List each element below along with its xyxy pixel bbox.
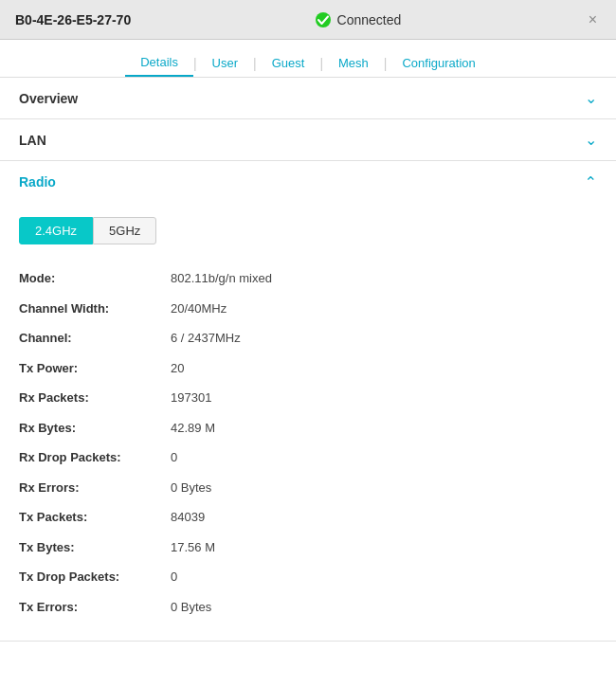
radio-title: Radio <box>19 174 56 190</box>
field-label: Rx Errors: <box>19 473 171 503</box>
table-row: Mode: 802.11b/g/n mixed <box>19 263 597 294</box>
lan-chevron-icon: ⌄ <box>585 131 597 149</box>
field-value: 0 <box>171 443 597 473</box>
radio-section-header[interactable]: Radio ⌄ <box>0 161 616 202</box>
field-value: 17.56 M <box>171 533 597 563</box>
nav-tabs: Details | User | Guest | Mesh | Configur… <box>0 40 616 78</box>
tab-mesh[interactable]: Mesh <box>323 50 384 76</box>
table-row: Tx Power: 20 <box>19 353 597 384</box>
field-label: Tx Power: <box>19 353 171 384</box>
field-value: 0 <box>171 562 597 592</box>
field-label: Tx Drop Packets: <box>19 562 171 592</box>
field-label: Rx Packets: <box>19 383 171 413</box>
field-value: 0 Bytes <box>171 473 597 503</box>
tab-user[interactable]: User <box>197 50 253 76</box>
lan-section-header[interactable]: LAN ⌄ <box>0 119 616 160</box>
overview-section: Overview ⌄ <box>0 78 616 119</box>
overview-chevron-icon: ⌄ <box>585 89 597 107</box>
field-label: Tx Bytes: <box>19 533 171 563</box>
field-label: Tx Packets: <box>19 502 171 533</box>
band-tab-2ghz[interactable]: 2.4GHz <box>19 217 93 244</box>
status-text: Connected <box>337 12 402 27</box>
table-row: Channel: 6 / 2437MHz <box>19 323 597 353</box>
field-value: 20/40MHz <box>171 294 597 324</box>
field-label: Channel: <box>19 323 171 353</box>
tab-details[interactable]: Details <box>125 49 193 77</box>
band-tab-5ghz[interactable]: 5GHz <box>93 217 156 244</box>
table-row: Tx Packets: 84039 <box>19 502 597 533</box>
device-header: B0-4E-26-E5-27-70 Connected × <box>0 0 616 40</box>
field-value: 20 <box>171 353 597 384</box>
overview-section-header[interactable]: Overview ⌄ <box>0 78 616 118</box>
table-row: Channel Width: 20/40MHz <box>19 294 597 324</box>
band-tabs: 2.4GHz 5GHz <box>19 217 597 244</box>
field-label: Channel Width: <box>19 294 171 324</box>
device-id: B0-4E-26-E5-27-70 <box>15 12 131 27</box>
overview-title: Overview <box>19 91 78 106</box>
field-value: 197301 <box>171 383 597 413</box>
connected-icon <box>315 11 332 28</box>
field-label: Rx Bytes: <box>19 413 171 443</box>
radio-chevron-icon: ⌄ <box>585 172 597 190</box>
lan-section: LAN ⌄ <box>0 119 616 161</box>
field-value: 802.11b/g/n mixed <box>171 263 597 294</box>
connection-status: Connected <box>315 11 402 28</box>
table-row: Rx Packets: 197301 <box>19 383 597 413</box>
lan-title: LAN <box>19 133 46 148</box>
close-button[interactable]: × <box>585 10 601 29</box>
radio-content: 2.4GHz 5GHz Mode: 802.11b/g/n mixed Chan… <box>0 202 616 641</box>
table-row: Rx Errors: 0 Bytes <box>19 473 597 503</box>
table-row: Tx Errors: 0 Bytes <box>19 592 597 623</box>
field-value: 0 Bytes <box>171 592 597 623</box>
table-row: Tx Drop Packets: 0 <box>19 562 597 592</box>
radio-section: Radio ⌄ 2.4GHz 5GHz Mode: 802.11b/g/n mi… <box>0 161 616 642</box>
field-label: Tx Errors: <box>19 592 171 623</box>
radio-data-table: Mode: 802.11b/g/n mixed Channel Width: 2… <box>19 263 597 622</box>
field-value: 84039 <box>171 502 597 533</box>
table-row: Rx Drop Packets: 0 <box>19 443 597 473</box>
field-label: Mode: <box>19 263 171 294</box>
tab-guest[interactable]: Guest <box>257 50 320 76</box>
field-value: 6 / 2437MHz <box>171 323 597 353</box>
tab-configuration[interactable]: Configuration <box>387 50 490 76</box>
table-row: Rx Bytes: 42.89 M <box>19 413 597 443</box>
table-row: Tx Bytes: 17.56 M <box>19 533 597 563</box>
field-label: Rx Drop Packets: <box>19 443 171 473</box>
field-value: 42.89 M <box>171 413 597 443</box>
